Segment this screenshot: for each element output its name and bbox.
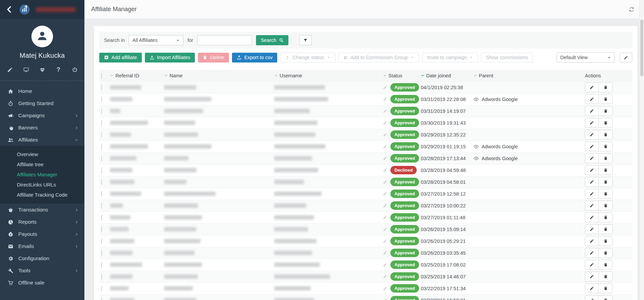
edit-row-button[interactable]	[585, 236, 599, 246]
view-select[interactable]: Default View	[557, 52, 615, 62]
column-header-referral-id[interactable]: Referral ID	[110, 70, 164, 81]
back-button[interactable]	[5, 5, 14, 14]
sidebar-item-payouts[interactable]: $Payouts	[0, 228, 84, 240]
quick-edit-pencil-icon[interactable]	[383, 121, 387, 125]
row-checkbox[interactable]	[101, 132, 102, 138]
quick-edit-pencil-icon[interactable]	[383, 192, 387, 196]
edit-row-button[interactable]	[585, 213, 599, 222]
row-checkbox[interactable]	[101, 226, 102, 232]
column-header-name[interactable]: Name	[164, 70, 274, 81]
row-checkbox[interactable]	[101, 84, 102, 91]
delete-row-button[interactable]	[599, 177, 612, 186]
sidebar-item-configuration[interactable]: Configuration	[0, 252, 84, 265]
edit-row-button[interactable]	[585, 118, 599, 127]
quick-edit-pencil-icon[interactable]	[383, 97, 387, 101]
submenu-item-directlinks-urls[interactable]: DirectLinks URLs	[0, 179, 84, 190]
delete-row-button[interactable]	[599, 189, 612, 198]
delete-row-button[interactable]	[599, 83, 612, 92]
edit-row-button[interactable]	[585, 142, 599, 151]
edit-row-button[interactable]	[585, 225, 599, 234]
row-checkbox[interactable]	[101, 203, 102, 209]
quick-edit-pencil-icon[interactable]	[383, 274, 387, 279]
row-checkbox[interactable]	[101, 285, 102, 292]
sidebar-item-getting-started[interactable]: Getting Started	[0, 97, 84, 109]
quick-edit-pencil-icon[interactable]	[383, 262, 387, 267]
row-checkbox[interactable]	[101, 179, 102, 185]
delete-row-button[interactable]	[599, 248, 612, 257]
quick-edit-pencil-icon[interactable]	[383, 132, 387, 137]
edit-row-button[interactable]	[585, 154, 599, 163]
search-button[interactable]: Search	[256, 35, 288, 45]
submenu-item-affiliate-tree[interactable]: Affiliate tree	[0, 159, 84, 169]
row-checkbox[interactable]	[101, 144, 102, 150]
edit-row-button[interactable]	[585, 272, 599, 281]
delete-row-button[interactable]	[599, 154, 612, 163]
row-checkbox[interactable]	[101, 262, 102, 268]
edit-row-button[interactable]	[585, 83, 599, 92]
delete-row-button[interactable]	[599, 106, 612, 116]
row-checkbox[interactable]	[101, 274, 102, 280]
edit-row-button[interactable]	[585, 189, 599, 198]
delete-row-button[interactable]	[599, 213, 612, 222]
edit-row-button[interactable]	[585, 201, 599, 210]
edit-row-button[interactable]	[585, 296, 599, 300]
quick-edit-pencil-icon[interactable]	[383, 251, 387, 255]
edit-view-button[interactable]	[620, 53, 632, 62]
row-checkbox[interactable]	[101, 215, 102, 221]
question-icon[interactable]: ?	[55, 67, 61, 73]
delete-row-button[interactable]	[599, 130, 612, 139]
column-header-username[interactable]: Username	[274, 70, 383, 81]
select-all-checkbox[interactable]	[101, 73, 102, 79]
sidebar-item-affiliates[interactable]: Affiliates	[0, 134, 84, 146]
pencil-icon[interactable]	[7, 67, 13, 73]
row-checkbox[interactable]	[101, 155, 102, 161]
edit-row-button[interactable]	[585, 177, 599, 186]
quick-edit-pencil-icon[interactable]	[383, 168, 387, 172]
delete-row-button[interactable]	[599, 296, 612, 300]
delete-row-button[interactable]	[599, 236, 612, 246]
edit-row-button[interactable]	[585, 260, 599, 269]
quick-edit-pencil-icon[interactable]	[383, 109, 387, 113]
quick-edit-pencil-icon[interactable]	[383, 203, 387, 208]
delete-row-button[interactable]	[599, 272, 612, 281]
eye-icon[interactable]	[473, 97, 479, 102]
quick-edit-pencil-icon[interactable]	[383, 156, 387, 160]
sidebar-item-tools[interactable]: Tools	[0, 265, 84, 277]
search-scope-select[interactable]: All Affiliates	[129, 35, 183, 45]
edit-row-button[interactable]	[585, 130, 599, 139]
delete-row-button[interactable]	[599, 142, 612, 151]
page-scrollbar[interactable]	[639, 0, 644, 300]
sidebar-item-transactions[interactable]: Transactions	[0, 204, 84, 216]
delete-row-button[interactable]	[599, 118, 612, 127]
row-checkbox[interactable]	[101, 250, 102, 256]
quick-edit-pencil-icon[interactable]	[383, 85, 387, 90]
avatar[interactable]	[31, 26, 53, 47]
export-csv-button[interactable]: Export to csv	[232, 53, 277, 62]
sidebar-item-emails[interactable]: Emails	[0, 240, 84, 252]
edit-row-button[interactable]	[585, 248, 599, 257]
eye-icon[interactable]	[473, 144, 479, 149]
sidebar-item-home[interactable]: Home	[0, 85, 84, 97]
sidebar-item-banners[interactable]: Banners	[0, 122, 84, 134]
row-checkbox[interactable]	[101, 238, 102, 244]
row-checkbox[interactable]	[101, 167, 102, 173]
column-header-status[interactable]: Status	[383, 70, 421, 81]
scrollbar-thumb[interactable]	[640, 20, 643, 76]
quick-edit-pencil-icon[interactable]	[383, 286, 387, 291]
submenu-item-overview[interactable]: Overview	[0, 149, 84, 159]
add-affiliate-button[interactable]: Add affiliate	[99, 53, 142, 62]
delete-row-button[interactable]	[599, 95, 612, 104]
quick-edit-pencil-icon[interactable]	[383, 227, 387, 231]
eye-icon[interactable]	[473, 156, 479, 161]
edit-row-button[interactable]	[585, 284, 599, 293]
heartbeat-icon[interactable]	[39, 67, 45, 73]
delete-row-button[interactable]	[599, 201, 612, 210]
delete-row-button[interactable]	[599, 225, 612, 234]
sidebar-item-campaigns[interactable]: Campaigns	[0, 109, 84, 122]
quick-edit-pencil-icon[interactable]	[383, 215, 387, 220]
sidebar-item-reports[interactable]: Reports	[0, 216, 84, 228]
search-input[interactable]	[197, 35, 252, 45]
quick-edit-pencil-icon[interactable]	[383, 180, 387, 184]
quick-edit-pencil-icon[interactable]	[383, 239, 387, 243]
monitor-icon[interactable]	[23, 67, 29, 73]
